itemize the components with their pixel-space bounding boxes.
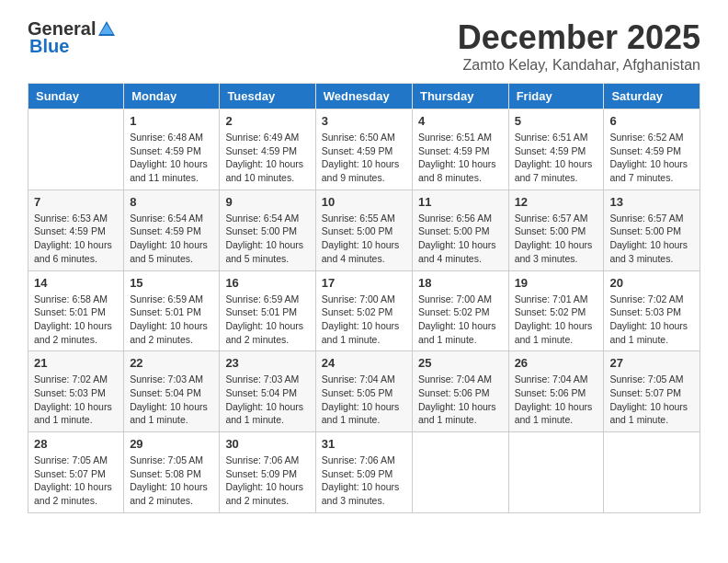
calendar-cell: 10Sunrise: 6:55 AM Sunset: 5:00 PM Dayli… — [315, 190, 412, 270]
day-info: Sunrise: 6:56 AM Sunset: 5:00 PM Dayligh… — [418, 212, 503, 266]
day-info: Sunrise: 6:58 AM Sunset: 5:01 PM Dayligh… — [34, 293, 118, 347]
day-number: 16 — [225, 276, 309, 290]
day-number: 1 — [130, 114, 213, 128]
weekday-header-tuesday: Tuesday — [220, 84, 315, 109]
calendar-cell: 16Sunrise: 6:59 AM Sunset: 5:01 PM Dayli… — [220, 270, 315, 351]
day-info: Sunrise: 7:05 AM Sunset: 5:07 PM Dayligh… — [34, 454, 118, 508]
weekday-header-monday: Monday — [124, 84, 220, 109]
calendar-week-row: 1Sunrise: 6:48 AM Sunset: 4:59 PM Daylig… — [28, 109, 700, 190]
calendar-cell: 17Sunrise: 7:00 AM Sunset: 5:02 PM Dayli… — [315, 270, 412, 351]
calendar-table: SundayMondayTuesdayWednesdayThursdayFrid… — [28, 83, 700, 513]
calendar-cell: 30Sunrise: 7:06 AM Sunset: 5:09 PM Dayli… — [220, 432, 315, 513]
day-number: 27 — [609, 356, 694, 370]
day-number: 21 — [34, 356, 118, 370]
page-header: General Blue December 2025 Zamto Kelay, … — [28, 18, 700, 74]
day-number: 29 — [130, 437, 213, 451]
day-number: 6 — [609, 114, 694, 128]
calendar-cell: 9Sunrise: 6:54 AM Sunset: 5:00 PM Daylig… — [220, 190, 315, 270]
title-block: December 2025 Zamto Kelay, Kandahar, Afg… — [458, 18, 700, 74]
calendar-cell: 6Sunrise: 6:52 AM Sunset: 4:59 PM Daylig… — [604, 109, 700, 190]
weekday-header-saturday: Saturday — [604, 84, 700, 109]
day-info: Sunrise: 7:02 AM Sunset: 5:03 PM Dayligh… — [609, 293, 694, 347]
day-info: Sunrise: 6:55 AM Sunset: 5:00 PM Dayligh… — [322, 212, 406, 266]
day-info: Sunrise: 7:06 AM Sunset: 5:09 PM Dayligh… — [225, 454, 309, 508]
month-title: December 2025 — [458, 18, 700, 57]
calendar-cell: 2Sunrise: 6:49 AM Sunset: 4:59 PM Daylig… — [220, 109, 315, 190]
day-info: Sunrise: 6:51 AM Sunset: 4:59 PM Dayligh… — [418, 131, 503, 185]
calendar-cell: 31Sunrise: 7:06 AM Sunset: 5:09 PM Dayli… — [315, 432, 412, 513]
day-info: Sunrise: 6:48 AM Sunset: 4:59 PM Dayligh… — [130, 131, 213, 185]
day-number: 24 — [322, 356, 406, 370]
calendar-cell: 4Sunrise: 6:51 AM Sunset: 4:59 PM Daylig… — [412, 109, 508, 190]
calendar-week-row: 21Sunrise: 7:02 AM Sunset: 5:03 PM Dayli… — [28, 351, 700, 432]
calendar-cell: 14Sunrise: 6:58 AM Sunset: 5:01 PM Dayli… — [28, 270, 124, 351]
day-number: 8 — [130, 195, 213, 209]
day-info: Sunrise: 6:53 AM Sunset: 4:59 PM Dayligh… — [34, 212, 118, 266]
weekday-header-friday: Friday — [508, 84, 604, 109]
day-number: 7 — [34, 195, 118, 209]
day-info: Sunrise: 6:51 AM Sunset: 4:59 PM Dayligh… — [515, 131, 598, 185]
day-info: Sunrise: 7:03 AM Sunset: 5:04 PM Dayligh… — [225, 373, 309, 427]
calendar-cell: 7Sunrise: 6:53 AM Sunset: 4:59 PM Daylig… — [28, 190, 124, 270]
calendar-cell: 8Sunrise: 6:54 AM Sunset: 4:59 PM Daylig… — [124, 190, 220, 270]
calendar-week-row: 14Sunrise: 6:58 AM Sunset: 5:01 PM Dayli… — [28, 270, 700, 351]
day-number: 18 — [418, 276, 503, 290]
location-title: Zamto Kelay, Kandahar, Afghanistan — [458, 57, 700, 74]
calendar-cell — [412, 432, 508, 513]
calendar-week-row: 28Sunrise: 7:05 AM Sunset: 5:07 PM Dayli… — [28, 432, 700, 513]
logo: General Blue — [28, 18, 118, 57]
logo-blue: Blue — [29, 36, 69, 57]
calendar-cell: 12Sunrise: 6:57 AM Sunset: 5:00 PM Dayli… — [508, 190, 604, 270]
day-number: 14 — [34, 276, 118, 290]
day-number: 30 — [225, 437, 309, 451]
calendar-cell: 18Sunrise: 7:00 AM Sunset: 5:02 PM Dayli… — [412, 270, 508, 351]
calendar-cell: 23Sunrise: 7:03 AM Sunset: 5:04 PM Dayli… — [220, 351, 315, 432]
day-number: 20 — [609, 276, 694, 290]
calendar-week-row: 7Sunrise: 6:53 AM Sunset: 4:59 PM Daylig… — [28, 190, 700, 270]
calendar-cell: 28Sunrise: 7:05 AM Sunset: 5:07 PM Dayli… — [28, 432, 124, 513]
day-number: 4 — [418, 114, 503, 128]
calendar-cell: 25Sunrise: 7:04 AM Sunset: 5:06 PM Dayli… — [412, 351, 508, 432]
day-info: Sunrise: 6:50 AM Sunset: 4:59 PM Dayligh… — [322, 131, 406, 185]
day-number: 19 — [515, 276, 598, 290]
calendar-cell: 20Sunrise: 7:02 AM Sunset: 5:03 PM Dayli… — [604, 270, 700, 351]
calendar-cell — [508, 432, 604, 513]
calendar-cell: 5Sunrise: 6:51 AM Sunset: 4:59 PM Daylig… — [508, 109, 604, 190]
day-info: Sunrise: 7:05 AM Sunset: 5:07 PM Dayligh… — [609, 373, 694, 427]
day-number: 17 — [322, 276, 406, 290]
calendar-cell: 1Sunrise: 6:48 AM Sunset: 4:59 PM Daylig… — [124, 109, 220, 190]
calendar-cell: 3Sunrise: 6:50 AM Sunset: 4:59 PM Daylig… — [315, 109, 412, 190]
calendar-cell: 11Sunrise: 6:56 AM Sunset: 5:00 PM Dayli… — [412, 190, 508, 270]
calendar-cell — [28, 109, 124, 190]
day-info: Sunrise: 6:54 AM Sunset: 4:59 PM Dayligh… — [130, 212, 213, 266]
day-info: Sunrise: 6:52 AM Sunset: 4:59 PM Dayligh… — [609, 131, 694, 185]
calendar-cell: 15Sunrise: 6:59 AM Sunset: 5:01 PM Dayli… — [124, 270, 220, 351]
day-info: Sunrise: 7:00 AM Sunset: 5:02 PM Dayligh… — [418, 293, 503, 347]
day-number: 13 — [609, 195, 694, 209]
calendar-cell — [604, 432, 700, 513]
day-number: 28 — [34, 437, 118, 451]
day-number: 23 — [225, 356, 309, 370]
day-number: 11 — [418, 195, 503, 209]
logo-icon — [97, 19, 117, 40]
weekday-header-sunday: Sunday — [28, 84, 124, 109]
calendar-cell: 19Sunrise: 7:01 AM Sunset: 5:02 PM Dayli… — [508, 270, 604, 351]
day-number: 12 — [515, 195, 598, 209]
day-info: Sunrise: 6:57 AM Sunset: 5:00 PM Dayligh… — [515, 212, 598, 266]
day-info: Sunrise: 7:00 AM Sunset: 5:02 PM Dayligh… — [322, 293, 406, 347]
calendar-cell: 13Sunrise: 6:57 AM Sunset: 5:00 PM Dayli… — [604, 190, 700, 270]
day-info: Sunrise: 6:54 AM Sunset: 5:00 PM Dayligh… — [225, 212, 309, 266]
day-number: 5 — [515, 114, 598, 128]
day-info: Sunrise: 7:06 AM Sunset: 5:09 PM Dayligh… — [322, 454, 406, 508]
day-info: Sunrise: 7:02 AM Sunset: 5:03 PM Dayligh… — [34, 373, 118, 427]
day-number: 15 — [130, 276, 213, 290]
day-number: 31 — [322, 437, 406, 451]
day-number: 22 — [130, 356, 213, 370]
day-number: 26 — [515, 356, 598, 370]
day-info: Sunrise: 7:01 AM Sunset: 5:02 PM Dayligh… — [515, 293, 598, 347]
day-info: Sunrise: 7:05 AM Sunset: 5:08 PM Dayligh… — [130, 454, 213, 508]
calendar-cell: 21Sunrise: 7:02 AM Sunset: 5:03 PM Dayli… — [28, 351, 124, 432]
calendar-cell: 26Sunrise: 7:04 AM Sunset: 5:06 PM Dayli… — [508, 351, 604, 432]
calendar-cell: 24Sunrise: 7:04 AM Sunset: 5:05 PM Dayli… — [315, 351, 412, 432]
weekday-header-thursday: Thursday — [412, 84, 508, 109]
